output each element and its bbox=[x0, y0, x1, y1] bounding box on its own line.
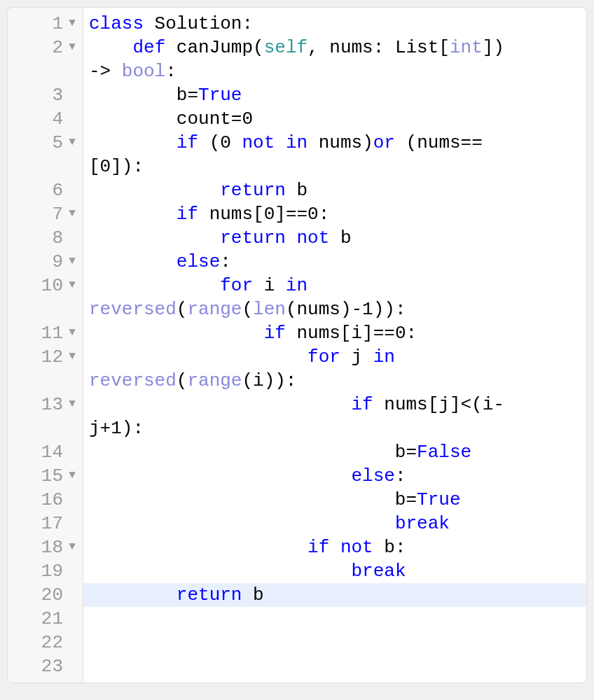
token-kw: break bbox=[395, 513, 450, 534]
fold-icon[interactable]: ▼ bbox=[66, 535, 78, 559]
line-number: 19 bbox=[41, 559, 63, 583]
gutter-row: 19 bbox=[8, 559, 83, 583]
token-kw: if bbox=[308, 537, 329, 558]
code-line[interactable]: else: bbox=[83, 464, 586, 488]
code-line[interactable] bbox=[83, 607, 586, 631]
code-line[interactable]: if (0 not in nums)or (nums== bbox=[83, 131, 586, 155]
token-def: nums[j]<(i- bbox=[373, 394, 504, 415]
code-line[interactable]: b=True bbox=[83, 488, 586, 512]
fold-icon[interactable]: ▼ bbox=[66, 463, 78, 487]
fold-icon[interactable]: ▼ bbox=[66, 202, 78, 225]
fold-icon[interactable]: ▼ bbox=[66, 249, 78, 273]
code-line[interactable]: return not b bbox=[83, 226, 586, 250]
code-line[interactable]: count=0 bbox=[83, 107, 586, 131]
token-kw: in bbox=[286, 132, 308, 153]
fold-icon[interactable]: ▼ bbox=[66, 35, 78, 59]
code-line[interactable]: if nums[j]<(i- bbox=[83, 393, 586, 416]
token-self: self bbox=[264, 37, 308, 58]
fold-icon[interactable]: ▼ bbox=[66, 130, 78, 154]
fold-icon[interactable]: ▼ bbox=[66, 344, 78, 368]
token-builtin: reversed bbox=[89, 299, 177, 320]
gutter-row: 12▼ bbox=[8, 345, 83, 369]
code-line[interactable]: for j in bbox=[83, 345, 586, 369]
code-line[interactable]: j+1): bbox=[83, 416, 586, 440]
token-kw: or bbox=[373, 132, 395, 153]
token-def: : bbox=[319, 204, 330, 225]
token-def bbox=[89, 204, 177, 225]
code-line[interactable]: return b bbox=[83, 583, 586, 607]
token-def: 0 bbox=[264, 204, 275, 225]
line-number: 11 bbox=[41, 321, 63, 345]
fold-icon[interactable]: ▼ bbox=[66, 392, 78, 416]
code-line[interactable]: break bbox=[83, 559, 586, 583]
code-line[interactable]: def canJump(self, nums: List[int]) bbox=[83, 36, 586, 59]
token-def: -> bbox=[89, 61, 122, 82]
line-number: 21 bbox=[41, 607, 63, 631]
token-kw: if bbox=[264, 323, 286, 344]
token-def: b bbox=[242, 584, 263, 606]
token-def bbox=[308, 275, 319, 296]
gutter-row: 23 bbox=[8, 654, 83, 678]
gutter-row: 6 bbox=[8, 178, 83, 202]
code-line[interactable]: [0]): bbox=[83, 155, 586, 178]
token-def bbox=[89, 251, 177, 272]
line-number: 23 bbox=[41, 654, 63, 678]
gutter-wrap-row bbox=[8, 369, 83, 393]
token-def: b bbox=[286, 180, 308, 201]
token-def: ( bbox=[177, 299, 188, 320]
code-line[interactable]: for i in bbox=[83, 274, 586, 298]
token-def: ( bbox=[242, 299, 253, 320]
code-line[interactable]: if nums[0]==0: bbox=[83, 202, 586, 226]
token-def bbox=[395, 346, 406, 368]
code-line[interactable]: b=False bbox=[83, 440, 586, 464]
gutter-row: 15▼ bbox=[8, 464, 83, 488]
code-line[interactable]: -> bool: bbox=[83, 59, 586, 83]
code-area[interactable]: class Solution: def canJump(self, nums: … bbox=[83, 8, 586, 682]
code-line[interactable]: break bbox=[83, 512, 586, 536]
token-kw: for bbox=[308, 346, 340, 368]
gutter-wrap-row bbox=[8, 59, 83, 83]
token-def: (nums== bbox=[395, 132, 483, 153]
line-number: 22 bbox=[41, 631, 63, 654]
code-line[interactable]: reversed(range(len(nums)-1)): bbox=[83, 298, 586, 321]
code-line[interactable]: reversed(range(i)): bbox=[83, 369, 586, 393]
fold-icon[interactable]: ▼ bbox=[66, 321, 78, 344]
token-kw: else bbox=[351, 465, 394, 486]
code-line[interactable] bbox=[83, 631, 586, 654]
code-line[interactable] bbox=[83, 654, 586, 678]
fold-icon[interactable]: ▼ bbox=[66, 11, 78, 35]
token-kw: break bbox=[351, 561, 406, 582]
token-def: 0 bbox=[220, 132, 231, 153]
token-kw: not bbox=[340, 537, 373, 558]
line-number: 13 bbox=[41, 393, 63, 416]
token-def bbox=[89, 227, 220, 248]
token-def: 1 bbox=[111, 418, 122, 439]
code-line[interactable]: else: bbox=[83, 250, 586, 274]
gutter-row: 5▼ bbox=[8, 131, 83, 155]
gutter-row: 8 bbox=[8, 226, 83, 250]
gutter-row: 18▼ bbox=[8, 536, 83, 559]
code-line[interactable]: if not b: bbox=[83, 536, 586, 559]
line-number: 9 bbox=[52, 250, 63, 274]
token-kw: not bbox=[242, 132, 275, 153]
token-def: )): bbox=[373, 299, 406, 320]
gutter-row: 21 bbox=[8, 607, 83, 631]
code-editor[interactable]: 1▼2▼345▼67▼89▼10▼11▼12▼13▼1415▼161718▼19… bbox=[7, 7, 587, 683]
token-def: b= bbox=[89, 442, 417, 463]
token-def: b= bbox=[89, 489, 417, 510]
token-builtin: range bbox=[187, 370, 242, 391]
token-def: b= bbox=[89, 85, 198, 106]
code-line[interactable]: b=True bbox=[83, 83, 586, 107]
code-line[interactable]: return b bbox=[83, 178, 586, 202]
token-kw: else bbox=[177, 251, 220, 272]
code-line[interactable]: if nums[i]==0: bbox=[83, 321, 586, 345]
token-def bbox=[89, 584, 177, 606]
token-def: : bbox=[395, 465, 406, 486]
fold-icon[interactable]: ▼ bbox=[66, 273, 78, 297]
token-type: int bbox=[450, 37, 483, 58]
token-kw: return bbox=[220, 180, 286, 201]
code-line[interactable]: class Solution: bbox=[83, 12, 586, 36]
token-def: ]): bbox=[111, 156, 144, 177]
token-kw: True bbox=[417, 489, 460, 510]
line-number: 8 bbox=[52, 226, 63, 250]
